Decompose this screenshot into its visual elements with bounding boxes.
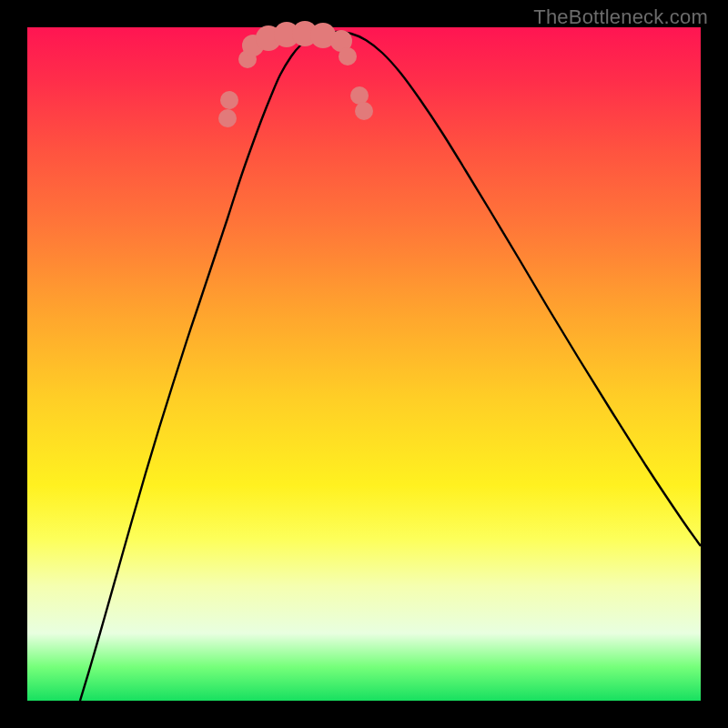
chart-frame: TheBottleneck.com	[0, 0, 728, 728]
curve-markers	[218, 21, 373, 127]
plot-area	[27, 27, 701, 701]
marker-dot	[355, 102, 373, 120]
marker-dot	[218, 109, 237, 127]
marker-dot	[350, 86, 369, 105]
marker-dot	[220, 91, 238, 109]
curve-svg	[27, 27, 701, 701]
bottleneck-curve	[80, 32, 701, 701]
marker-dot	[339, 47, 357, 66]
watermark-text: TheBottleneck.com	[533, 5, 708, 29]
